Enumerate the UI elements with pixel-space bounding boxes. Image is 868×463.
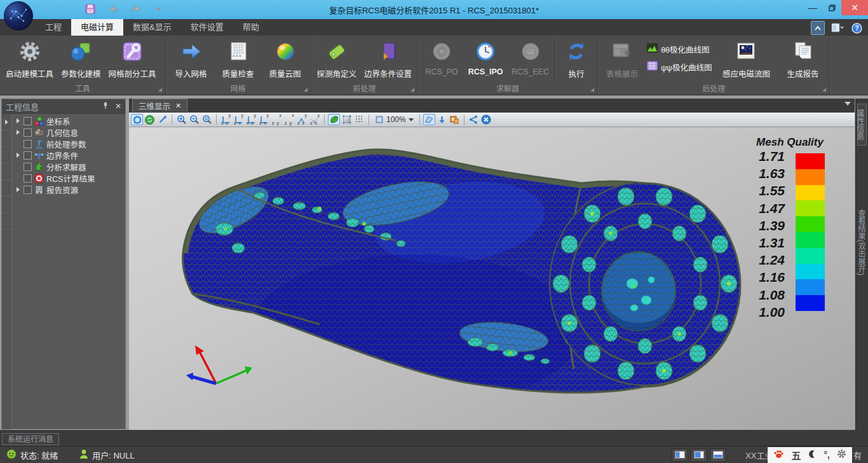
group-dialog-launcher[interactable] <box>590 88 594 92</box>
property-info-tab[interactable]: 属性信息 <box>857 104 867 146</box>
zoom-out-button[interactable] <box>188 114 200 125</box>
view-orient-button-5[interactable]: xz y <box>271 113 283 126</box>
solver-po-icon <box>430 40 453 63</box>
theta-polarization-curve-button[interactable]: θθ极化曲线图 <box>644 43 714 55</box>
restore-button[interactable] <box>822 0 841 15</box>
parametric-modeling-button[interactable]: 参数化建模 <box>57 36 105 79</box>
bottom-dock-area <box>0 430 868 446</box>
tree-item-report-resources[interactable]: 报告资源 <box>12 184 125 195</box>
svg-text:T: T <box>37 139 43 148</box>
tab-project[interactable]: 工程 <box>36 19 71 36</box>
ime-settings-gear-icon[interactable] <box>837 449 846 460</box>
table-display-button[interactable]: 表格展示 <box>600 36 644 79</box>
mesh-partition-tool-button[interactable]: 网格剖分工具 <box>105 36 160 79</box>
checkbox[interactable] <box>24 186 32 194</box>
display-style-icon[interactable] <box>831 22 844 34</box>
layout-left-panel-button[interactable] <box>672 448 688 462</box>
rotate-view-button[interactable] <box>131 114 143 125</box>
app-logo[interactable] <box>4 1 33 31</box>
checkbox[interactable] <box>24 174 32 183</box>
tree-item-analysis-solver[interactable]: 分析求解器 <box>12 161 125 172</box>
tab-data-display[interactable]: 数据&显示 <box>123 19 181 36</box>
zoom-fit-button[interactable] <box>201 114 213 125</box>
view-orient-button-2[interactable]: yz x <box>233 113 245 126</box>
group-dialog-launcher[interactable] <box>410 88 414 92</box>
quality-check-button[interactable]: 质量检查 <box>215 36 262 79</box>
rcs-po-button[interactable]: RCS_PO <box>420 36 463 76</box>
tree-item-preprocess-params[interactable]: T 前处理参数 <box>12 138 125 149</box>
tree-item-geometry-info[interactable]: 几何信息 <box>12 127 125 138</box>
view-results-tab[interactable]: 查看结果(双击展开) <box>857 209 867 275</box>
tab-em-compute[interactable]: 电磁计算 <box>71 19 123 36</box>
psi-polarization-curve-button[interactable]: ψψ极化曲线图 <box>644 61 714 73</box>
generate-report-button[interactable]: 生成报告 <box>778 36 827 79</box>
view-orient-button-3[interactable]: yx z <box>245 113 257 126</box>
launch-modeling-tool-button[interactable]: 启动建模工具 <box>2 36 57 79</box>
shaded-box-button[interactable] <box>341 114 353 125</box>
zoom-level-combo[interactable]: 100% <box>372 115 416 124</box>
tree-item-coordinate-system[interactable]: 坐标系 <box>12 115 125 127</box>
group-label-postprocess: 后处理 <box>598 83 829 93</box>
panel-close-icon[interactable]: ✕ <box>115 102 121 111</box>
smooth-shading-leaf-button[interactable] <box>328 114 340 125</box>
view-orient-button-6[interactable]: xz y <box>283 113 295 126</box>
group-dialog-launcher[interactable] <box>158 88 162 92</box>
rcs-ipo-button[interactable]: RCS_IPO <box>463 36 508 76</box>
view-orient-button-8[interactable]: yz x <box>309 113 321 126</box>
ime-moon-icon[interactable] <box>808 450 817 460</box>
ime-brand-paw-icon[interactable] <box>773 449 784 461</box>
share-view-button[interactable] <box>468 114 480 125</box>
group-dialog-launcher[interactable] <box>304 88 308 92</box>
tree-item-boundary-conditions[interactable]: 边界条件 <box>12 149 125 161</box>
tab-help[interactable]: 帮助 <box>233 19 269 36</box>
execute-button[interactable]: 执行 <box>557 36 595 79</box>
tree-item-rcs-results[interactable]: RCS计算结果 <box>12 172 125 184</box>
pin-icon[interactable] <box>102 102 109 111</box>
checkbox[interactable] <box>24 128 32 137</box>
pan-zoom-arrow-button[interactable] <box>156 114 168 125</box>
ime-punctuation-mode[interactable]: °, <box>824 450 830 460</box>
analysis-solver-icon <box>34 162 44 172</box>
ribbon-group-solver: RCS_PO RCS_IPO RCS_EEC 执行 求解器 <box>418 36 598 95</box>
detect-angle-button[interactable]: 探测角定义 <box>313 36 361 79</box>
layout-wide-panel-button[interactable] <box>691 448 707 462</box>
tab-close-icon[interactable]: ✕ <box>175 102 181 110</box>
zoom-in-button[interactable] <box>175 114 187 125</box>
view-orient-button-7[interactable]: yz x <box>296 113 308 126</box>
view-orient-button-4[interactable]: yz x <box>258 113 270 126</box>
refresh-view-button[interactable] <box>144 114 156 125</box>
clip-plane-button[interactable] <box>423 114 435 125</box>
rcs-eec-button[interactable]: RCS_EEC <box>508 36 553 76</box>
ime-toolbar[interactable]: 五 °, <box>768 447 852 463</box>
3d-canvas[interactable]: Mesh Quality 1.71 1.63 1.55 1.47 1.39 1.… <box>129 127 855 433</box>
ime-wubi-mode[interactable]: 五 <box>791 448 801 462</box>
grid-dots-button[interactable] <box>353 114 365 125</box>
drop-down-arrow-button[interactable] <box>436 114 448 125</box>
legend-value: 1.31 <box>739 236 785 250</box>
checkbox[interactable] <box>24 163 32 171</box>
delete-view-button[interactable] <box>480 114 492 125</box>
checkbox[interactable] <box>24 117 32 125</box>
close-button[interactable]: ✕ <box>841 0 868 15</box>
induced-em-flow-button[interactable]: 感应电磁流图 <box>714 36 778 79</box>
group-dialog-launcher[interactable] <box>822 88 826 92</box>
tab-settings[interactable]: 软件设置 <box>181 19 233 36</box>
minimize-button[interactable]: — <box>803 0 822 15</box>
tab-list-dropdown-icon[interactable] <box>844 102 851 106</box>
quality-contour-button[interactable]: 质量云图 <box>262 36 309 79</box>
checkbox[interactable] <box>24 140 32 148</box>
book-icon <box>377 40 400 63</box>
legend-title: Mesh Quality <box>745 136 834 149</box>
copy-view-button[interactable] <box>449 114 461 125</box>
import-mesh-button[interactable]: 导入网格 <box>168 36 215 79</box>
system-messages-tab[interactable]: 系统运行消息 <box>2 433 59 445</box>
status-text: 状态: 就绪 <box>20 449 58 461</box>
checkbox[interactable] <box>24 151 32 160</box>
tab-3d-display[interactable]: 三维显示 ✕ <box>132 99 187 112</box>
help-icon[interactable]: ? <box>850 22 863 34</box>
collapse-ribbon-icon[interactable] <box>811 21 825 35</box>
boundary-condition-button[interactable]: 边界条件设置 <box>360 36 416 79</box>
view-orient-button-1[interactable]: yx z <box>220 113 232 126</box>
layout-bottom-panel-button[interactable] <box>710 448 726 462</box>
menu-bar: 工程 电磁计算 数据&显示 软件设置 帮助 ? <box>0 19 868 36</box>
